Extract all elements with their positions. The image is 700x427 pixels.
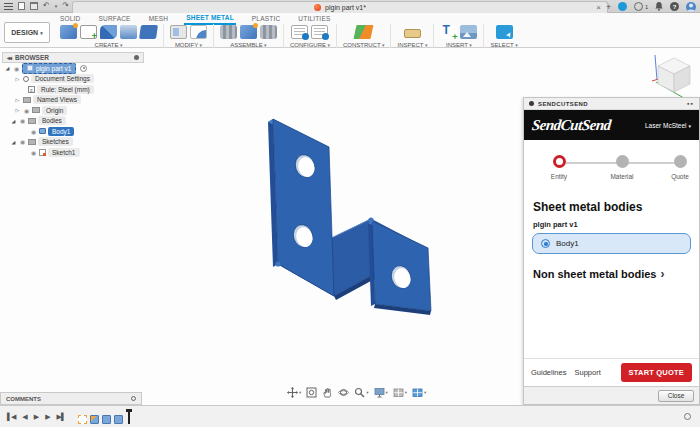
- new-tab-icon[interactable]: +: [606, 2, 611, 12]
- step-material[interactable]: Material: [592, 155, 652, 180]
- viewports-button[interactable]: ▾: [412, 387, 426, 398]
- step-entity[interactable]: Entity: [529, 155, 589, 180]
- radio-selected-icon[interactable]: [541, 239, 550, 248]
- select-icon[interactable]: [496, 25, 513, 39]
- display-settings-button[interactable]: ▾: [374, 387, 388, 398]
- tab-mesh[interactable]: MESH: [147, 14, 171, 24]
- browser-header[interactable]: ◂◂ BROWSER: [2, 52, 144, 63]
- browser-item-bodies[interactable]: Bodies: [38, 116, 66, 125]
- go-to-end-button[interactable]: ▶▌: [55, 413, 67, 421]
- browser-item-body1[interactable]: Body1: [48, 127, 74, 136]
- insert-mcmaster-icon[interactable]: [440, 25, 457, 39]
- activate-component-radio[interactable]: [80, 65, 87, 72]
- tab-solid[interactable]: SOLID: [58, 14, 83, 24]
- flange-icon[interactable]: [100, 25, 117, 39]
- bend-icon[interactable]: [139, 25, 158, 39]
- expand-icon[interactable]: ◢: [4, 65, 11, 71]
- create-sketch-icon[interactable]: [80, 25, 97, 39]
- unfold-icon[interactable]: [170, 25, 187, 39]
- go-to-start-button[interactable]: ▌◀: [5, 413, 17, 421]
- redo-icon[interactable]: ↷: [62, 2, 69, 10]
- extrude-icon[interactable]: [120, 25, 137, 39]
- avatar[interactable]: [686, 2, 696, 12]
- new-component-icon[interactable]: [240, 25, 257, 39]
- undo-caret-icon[interactable]: ▾: [55, 3, 58, 9]
- document-tab[interactable]: plgin part v1* ×: [72, 1, 608, 13]
- fillet-icon[interactable]: [190, 25, 207, 39]
- step-quote[interactable]: Quote: [650, 155, 700, 180]
- close-button[interactable]: Close: [658, 390, 694, 402]
- tab-sheet-metal[interactable]: SHEET METAL: [184, 13, 236, 25]
- step-forward-button[interactable]: ▶: [43, 413, 51, 421]
- timeline-settings-gear-icon[interactable]: [684, 413, 691, 420]
- tab-surface[interactable]: SURFACE: [97, 14, 133, 24]
- orbit-button[interactable]: [338, 387, 349, 398]
- collapse-arrow-icon[interactable]: ▷: [14, 76, 21, 82]
- timeline-flange-feature-icon[interactable]: [90, 415, 99, 424]
- unsaved-document-icon: [314, 4, 321, 11]
- expand-icon[interactable]: ◢: [10, 118, 17, 124]
- browser-item-rule[interactable]: Rule: Steel (mm): [37, 85, 94, 94]
- browser-item-origin[interactable]: Origin: [42, 106, 67, 115]
- rigid-group-icon[interactable]: [260, 25, 277, 39]
- app-menu-icon[interactable]: [4, 3, 13, 10]
- browser-root-component[interactable]: plgin part v1: [22, 63, 76, 74]
- add-comment-icon[interactable]: [131, 396, 136, 401]
- collapse-arrow-icon[interactable]: ▷: [14, 97, 21, 103]
- visibility-eye-icon[interactable]: ◉: [30, 149, 37, 156]
- timeline-position-marker[interactable]: [128, 409, 130, 424]
- tab-utilities[interactable]: UTILITIES: [296, 14, 332, 24]
- joint-icon[interactable]: [220, 25, 237, 39]
- save-icon[interactable]: [30, 2, 38, 10]
- visibility-eye-icon[interactable]: ◉: [30, 128, 37, 135]
- body1-option[interactable]: Body1: [532, 233, 691, 254]
- play-button[interactable]: ▶: [32, 413, 40, 421]
- timeline-flange-feature-icon[interactable]: [114, 415, 123, 424]
- pan-hand-button[interactable]: [322, 387, 333, 398]
- guidelines-link[interactable]: Guidelines: [531, 368, 566, 377]
- canvas-image-icon[interactable]: [460, 25, 477, 39]
- collapse-arrow-icon[interactable]: ▷: [14, 107, 21, 113]
- grid-snaps-button[interactable]: ▾: [393, 387, 407, 398]
- collapse-icon[interactable]: ◂◂: [7, 54, 11, 61]
- pan-button[interactable]: ▾: [287, 387, 301, 398]
- expand-icon[interactable]: ◢: [10, 139, 17, 145]
- zoom-button[interactable]: ▾: [354, 387, 368, 398]
- new-flange-icon[interactable]: [60, 25, 77, 39]
- step-back-button[interactable]: ◀: [20, 413, 28, 421]
- notifications-icon[interactable]: [655, 2, 663, 11]
- file-menu-icon[interactable]: [18, 2, 25, 10]
- configuration-table-icon[interactable]: [311, 25, 328, 39]
- configuration-icon[interactable]: [291, 25, 308, 39]
- browser-item-document-settings[interactable]: Document Settings: [31, 74, 94, 83]
- visibility-eye-icon[interactable]: ◉: [19, 138, 26, 145]
- browser-item-sketches[interactable]: Sketches: [38, 137, 73, 146]
- zoom-window-button[interactable]: [306, 387, 317, 398]
- timeline-sketch-feature-icon[interactable]: [78, 415, 87, 424]
- start-quote-button[interactable]: START QUOTE: [621, 363, 692, 382]
- browser-title: BROWSER: [15, 54, 49, 61]
- gear-icon[interactable]: [134, 55, 139, 60]
- machine-selector[interactable]: Laser McSteel: [645, 122, 691, 129]
- visibility-eye-icon[interactable]: ◉: [13, 65, 20, 72]
- support-link[interactable]: Support: [574, 368, 600, 377]
- help-icon[interactable]: ?: [670, 2, 679, 11]
- browser-item-named-views[interactable]: Named Views: [33, 95, 81, 104]
- close-tab-icon[interactable]: ×: [596, 3, 601, 13]
- pan-icon: [287, 387, 298, 398]
- construction-plane-icon[interactable]: [354, 25, 374, 39]
- job-status-button[interactable]: 1: [634, 2, 648, 11]
- timeline-flange-feature-icon[interactable]: [102, 415, 111, 424]
- undo-icon[interactable]: ↶: [43, 2, 50, 10]
- measure-icon[interactable]: [404, 29, 421, 38]
- visibility-eye-icon[interactable]: ◉: [23, 107, 30, 114]
- non-sheet-metal-bodies-toggle[interactable]: Non sheet metal bodies: [524, 255, 699, 293]
- browser-item-sketch1[interactable]: Sketch1: [48, 148, 80, 157]
- visibility-eye-icon[interactable]: ◉: [19, 117, 26, 124]
- palette-header[interactable]: SENDCUTSEND ▪▪: [524, 98, 699, 110]
- workspace-selector[interactable]: DESIGN ▾: [4, 22, 50, 43]
- dock-menu-icon[interactable]: ▪▪: [687, 102, 694, 106]
- tab-plastic[interactable]: PLASTIC: [250, 14, 283, 24]
- comments-bar[interactable]: COMMENTS: [0, 392, 142, 405]
- extensions-icon[interactable]: [618, 2, 627, 11]
